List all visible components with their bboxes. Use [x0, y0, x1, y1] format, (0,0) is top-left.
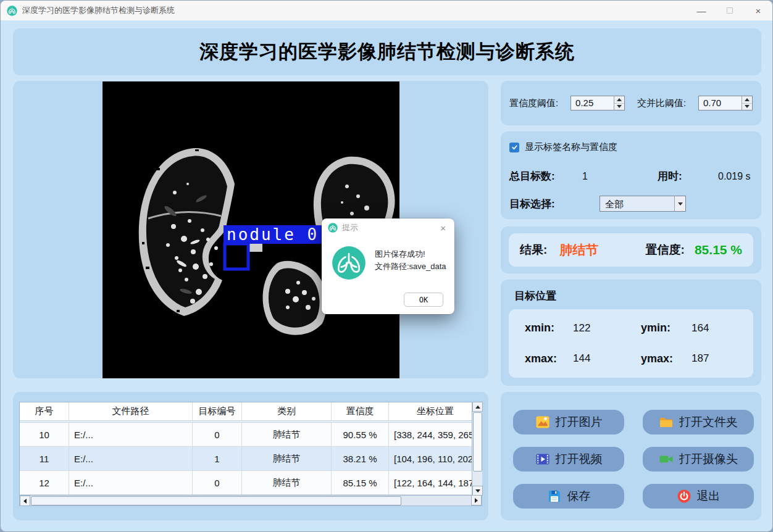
open-image-button[interactable]: 打开图片 [513, 410, 624, 434]
cell-index: 10 [20, 423, 69, 447]
result-confidence-label: 置信度: [646, 242, 685, 258]
target-select-value: 全部 [600, 196, 674, 211]
power-icon [677, 489, 692, 504]
col-header-coordinates: 坐标位置 [389, 402, 482, 420]
app-window: 深度学习的医学影像肺结节检测与诊断系统 — × 深度学习的医学影像肺结节检测与诊… [0, 0, 773, 532]
message-dialog: 提示 × 图片保存成功! 文件路径:save_data OK [322, 218, 454, 314]
exit-button[interactable]: 退出 [643, 484, 754, 509]
table-row[interactable]: 12 E:/... 0 肺结节 85.15 % [122, 164, 144, … [20, 471, 482, 495]
open-camera-label: 打开摄像头 [679, 451, 738, 467]
right-arrow-icon [475, 498, 478, 503]
table-horizontal-scrollbar[interactable] [19, 496, 482, 506]
cell-target-id: 1 [193, 447, 242, 471]
result-panel: 结果: 肺结节 置信度: 85.15 % [501, 227, 761, 273]
actions-panel: 打开图片 打开文件夹 打开视频 [501, 392, 761, 520]
check-icon [511, 144, 518, 151]
cell-confidence: 38.21 % [332, 447, 389, 471]
col-header-confidence: 置信度 [332, 402, 389, 420]
xmax-value: 144 [573, 352, 641, 365]
target-select-dropdown[interactable]: 全部 [600, 196, 686, 212]
titlebar: 深度学习的医学影像肺结节检测与诊断系统 — × [1, 1, 772, 20]
dropdown-button[interactable] [674, 196, 685, 211]
table-vertical-scrollbar[interactable] [472, 402, 482, 496]
vertical-scroll-thumb[interactable] [473, 412, 482, 472]
table-row[interactable]: 11 E:/... 1 肺结节 38.21 % [104, 196, 110, … [20, 447, 482, 471]
chevron-down-icon [678, 202, 683, 206]
cell-class: 肺结节 [242, 471, 332, 495]
time-label: 用时: [658, 169, 702, 183]
close-button[interactable]: × [744, 1, 772, 20]
confidence-threshold-value: 0.25 [571, 96, 614, 110]
save-button[interactable]: 保存 [513, 484, 624, 509]
iou-threshold-value: 0.70 [699, 96, 742, 110]
iou-threshold-spinbox[interactable]: 0.70 [698, 96, 753, 110]
cell-target-id: 0 [193, 471, 242, 495]
cell-filepath: E:/... [69, 447, 193, 471]
image-icon [535, 415, 550, 430]
dialog-message-line1: 图片保存成功! [375, 248, 446, 260]
time-value: 0.019 s [718, 171, 750, 182]
confidence-threshold-spinbox[interactable]: 0.25 [570, 96, 625, 110]
up-arrow-icon [617, 98, 622, 101]
dialog-title: 提示 [342, 222, 438, 233]
total-targets-label: 总目标数: [509, 169, 574, 183]
confidence-spin-down[interactable] [614, 104, 624, 110]
scroll-right-arrow[interactable] [471, 495, 482, 505]
page-title: 深度学习的医学影像肺结节检测与诊断系统 [13, 28, 761, 75]
iou-threshold-label: 交并比阈值: [637, 98, 686, 109]
down-arrow-icon [475, 489, 480, 493]
xmin-label: xmin: [525, 322, 573, 335]
save-icon [547, 489, 562, 504]
cell-coordinates: [122, 164, 144, 187] [389, 471, 482, 495]
dialog-app-icon [328, 223, 338, 233]
target-position-title: 目标位置 [514, 289, 556, 303]
confidence-threshold-label: 置信度阈值: [509, 98, 558, 109]
cell-class: 肺结节 [242, 423, 332, 447]
open-folder-button[interactable]: 打开文件夹 [643, 410, 754, 434]
dialog-close-icon[interactable]: × [438, 223, 448, 233]
window-title: 深度学习的医学影像肺结节检测与诊断系统 [22, 5, 175, 16]
minimize-button[interactable]: — [687, 1, 716, 20]
col-header-filepath: 文件路径 [69, 402, 193, 420]
nodule-label: nodule 0. [227, 225, 330, 244]
ymax-label: ymax: [641, 352, 692, 365]
dialog-ok-button[interactable]: OK [404, 293, 443, 307]
camera-icon [659, 452, 674, 467]
open-video-button[interactable]: 打开视频 [513, 447, 624, 472]
results-table[interactable]: 序号 文件路径 目标编号 类别 置信度 坐标位置 10 E:/... 0 肺结节… [19, 402, 482, 496]
iou-spin-up[interactable] [742, 96, 752, 104]
show-labels-checkbox[interactable] [509, 143, 519, 152]
dialog-titlebar: 提示 × [322, 218, 454, 237]
maximize-button[interactable] [716, 1, 744, 20]
table-row[interactable]: 10 E:/... 0 肺结节 90.55 % [338, 244, 359, … [20, 423, 482, 447]
cell-coordinates: [338, 244, 359, 265] [389, 423, 482, 447]
confidence-spin-up[interactable] [614, 96, 624, 104]
cell-confidence: 90.55 % [332, 423, 389, 447]
ymin-value: 164 [692, 322, 709, 335]
cell-index: 12 [20, 471, 69, 495]
col-header-index: 序号 [20, 402, 69, 420]
down-arrow-icon [745, 105, 750, 108]
scroll-left-arrow[interactable] [20, 496, 30, 506]
dialog-lung-icon [332, 246, 366, 280]
open-video-label: 打开视频 [556, 451, 603, 467]
open-folder-label: 打开文件夹 [679, 414, 738, 430]
result-confidence-value: 85.15 % [695, 243, 742, 257]
result-class-value: 肺结节 [559, 241, 598, 259]
cell-class: 肺结节 [242, 447, 332, 471]
up-arrow-icon [745, 98, 750, 101]
total-targets-value: 1 [574, 171, 641, 182]
open-camera-button[interactable]: 打开摄像头 [643, 447, 754, 472]
left-arrow-icon [23, 499, 27, 504]
exit-label: 退出 [697, 488, 721, 504]
cell-coordinates: [104, 196, 110, 202] [389, 447, 482, 471]
cell-filepath: E:/... [69, 423, 193, 447]
iou-spin-down[interactable] [742, 104, 752, 110]
folder-icon [659, 415, 674, 430]
down-arrow-icon [617, 105, 622, 108]
col-header-target-id: 目标编号 [193, 402, 242, 420]
scroll-down-arrow[interactable] [472, 486, 483, 496]
scroll-up-arrow[interactable] [472, 402, 483, 412]
up-arrow-icon [475, 405, 480, 409]
horizontal-scroll-thumb[interactable] [31, 496, 401, 505]
